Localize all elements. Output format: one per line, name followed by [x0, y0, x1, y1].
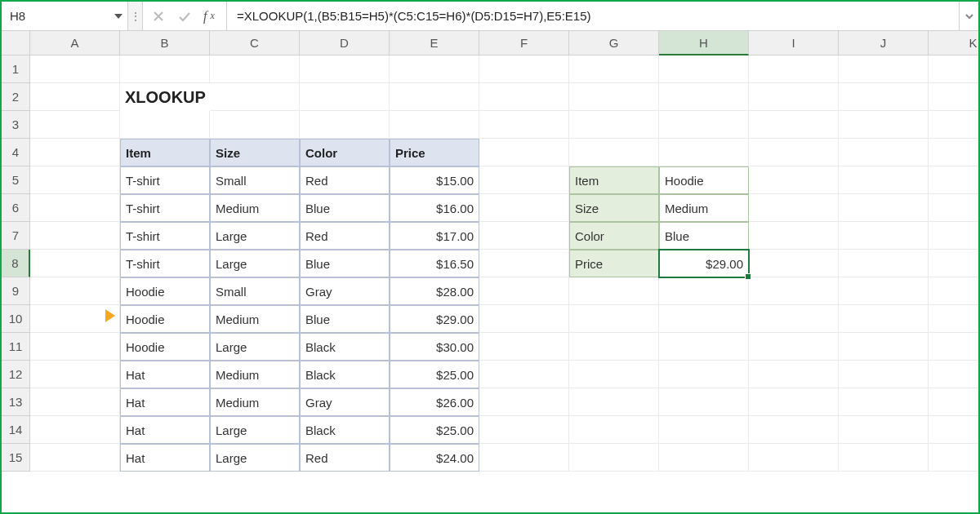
cell[interactable] [390, 55, 479, 83]
cell[interactable] [929, 83, 980, 111]
cell[interactable] [300, 55, 390, 83]
table-cell[interactable]: Blue [300, 194, 390, 222]
cancel-icon[interactable] [151, 9, 166, 24]
cell[interactable] [929, 333, 980, 361]
cell[interactable] [479, 277, 569, 305]
table-cell[interactable]: Gray [300, 388, 390, 416]
cell[interactable] [30, 83, 120, 111]
cell[interactable] [839, 361, 929, 388]
cell[interactable] [210, 111, 300, 139]
table-cell[interactable]: $16.50 [390, 250, 479, 277]
table-cell[interactable]: Red [300, 222, 390, 250]
table-cell[interactable]: Black [300, 333, 390, 361]
cell[interactable] [210, 55, 300, 83]
cell[interactable] [479, 388, 569, 416]
cell[interactable] [839, 222, 929, 250]
table-cell[interactable]: $24.00 [390, 444, 479, 472]
col-header-e[interactable]: E [390, 31, 479, 55]
cell[interactable] [120, 55, 210, 83]
cell[interactable] [659, 333, 749, 361]
cell[interactable] [30, 166, 120, 194]
col-header-i[interactable]: I [749, 31, 839, 55]
cell[interactable] [839, 416, 929, 444]
cell[interactable] [479, 250, 569, 277]
cell[interactable] [569, 416, 659, 444]
col-header-g[interactable]: G [569, 31, 659, 55]
row-header-7[interactable]: 7 [2, 222, 30, 250]
cell[interactable] [929, 250, 980, 277]
cell[interactable] [839, 277, 929, 305]
cell[interactable] [749, 444, 839, 472]
cell[interactable] [929, 305, 980, 333]
cell[interactable] [30, 333, 120, 361]
cell[interactable] [749, 194, 839, 222]
cell[interactable] [479, 111, 569, 139]
cell[interactable] [30, 277, 120, 305]
table-cell[interactable]: T-shirt [120, 194, 210, 222]
cell[interactable] [569, 333, 659, 361]
cell[interactable] [30, 388, 120, 416]
table-cell[interactable]: Large [210, 222, 300, 250]
row-header-3[interactable]: 3 [2, 111, 30, 139]
cell[interactable] [839, 444, 929, 472]
table-cell[interactable]: Large [210, 416, 300, 444]
cell[interactable] [30, 305, 120, 333]
cell[interactable] [569, 277, 659, 305]
row-header-11[interactable]: 11 [2, 333, 30, 361]
row-header-6[interactable]: 6 [2, 194, 30, 222]
table-cell[interactable]: Hat [120, 416, 210, 444]
table-header-color[interactable]: Color [300, 139, 390, 166]
cell[interactable] [749, 83, 839, 111]
table-cell[interactable]: Hat [120, 388, 210, 416]
table-cell[interactable]: Large [210, 250, 300, 277]
cell[interactable] [569, 55, 659, 83]
row-header-4[interactable]: 4 [2, 139, 30, 166]
cell[interactable] [30, 111, 120, 139]
cell[interactable] [300, 111, 390, 139]
table-cell[interactable]: $17.00 [390, 222, 479, 250]
cell[interactable] [839, 250, 929, 277]
table-cell[interactable]: Large [210, 444, 300, 472]
table-cell[interactable]: $30.00 [390, 333, 479, 361]
table-cell[interactable]: Medium [210, 388, 300, 416]
cell[interactable] [30, 55, 120, 83]
name-box[interactable]: H8 [2, 2, 128, 30]
row-header-15[interactable]: 15 [2, 444, 30, 472]
cell[interactable] [479, 222, 569, 250]
cell[interactable] [30, 444, 120, 472]
formula-input[interactable]: =XLOOKUP(1,(B5:B15=H5)*(C5:C15=H6)*(D5:D… [227, 2, 959, 30]
cell[interactable] [929, 55, 980, 83]
table-cell[interactable]: Red [300, 166, 390, 194]
cell[interactable] [839, 55, 929, 83]
table-cell[interactable]: $28.00 [390, 277, 479, 305]
col-header-c[interactable]: C [210, 31, 300, 55]
table-header-size[interactable]: Size [210, 139, 300, 166]
table-cell[interactable]: Hat [120, 361, 210, 388]
cell[interactable] [929, 444, 980, 472]
cell[interactable] [30, 250, 120, 277]
cell[interactable] [929, 194, 980, 222]
col-header-b[interactable]: B [120, 31, 210, 55]
cell[interactable] [749, 222, 839, 250]
col-header-j[interactable]: J [839, 31, 929, 55]
cell[interactable] [569, 388, 659, 416]
cell[interactable] [929, 222, 980, 250]
cell[interactable] [929, 166, 980, 194]
cell[interactable] [749, 416, 839, 444]
spreadsheet-grid[interactable]: A B C D E F G H I J K 1 2 XLOOKUP with m… [2, 31, 978, 472]
cell[interactable] [929, 277, 980, 305]
table-header-price[interactable]: Price [390, 139, 479, 166]
table-cell[interactable]: Small [210, 277, 300, 305]
cell[interactable] [659, 444, 749, 472]
cell[interactable] [390, 111, 479, 139]
table-cell[interactable]: T-shirt [120, 250, 210, 277]
row-header-10[interactable]: 10 [2, 305, 30, 333]
table-cell[interactable]: Black [300, 361, 390, 388]
table-cell[interactable]: $15.00 [390, 166, 479, 194]
cell[interactable] [749, 277, 839, 305]
row-header-14[interactable]: 14 [2, 416, 30, 444]
cell[interactable] [659, 416, 749, 444]
cell[interactable] [479, 361, 569, 388]
page-title[interactable]: XLOOKUP with multiple criteria [120, 83, 210, 111]
cell[interactable] [479, 333, 569, 361]
